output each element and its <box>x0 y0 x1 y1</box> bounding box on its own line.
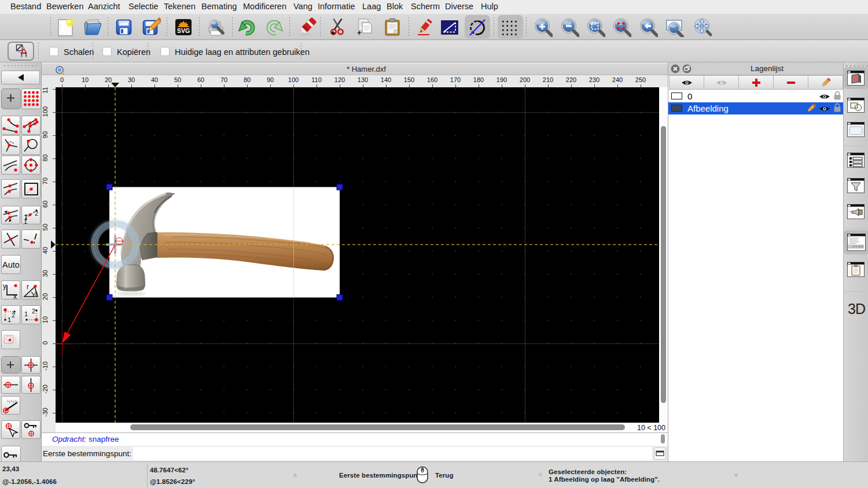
svg-text:2: 2 <box>32 308 35 315</box>
svg-text:c command: c command <box>849 245 863 248</box>
svg-text:1: 1 <box>24 310 28 317</box>
svg-text:1: 1 <box>24 218 27 224</box>
svg-text:2: 2 <box>35 210 38 217</box>
svg-text:+: + <box>357 28 362 37</box>
svg-text:1: 1 <box>8 316 11 323</box>
svg-text:r: r <box>27 283 29 291</box>
svg-text:a: a <box>34 290 38 297</box>
svg-text:2: 2 <box>12 312 15 319</box>
svg-text:SVG: SVG <box>177 27 190 34</box>
svg-text:x: x <box>13 293 17 299</box>
svg-text:y: y <box>3 282 6 290</box>
svg-text:Auto: Auto <box>2 260 20 269</box>
